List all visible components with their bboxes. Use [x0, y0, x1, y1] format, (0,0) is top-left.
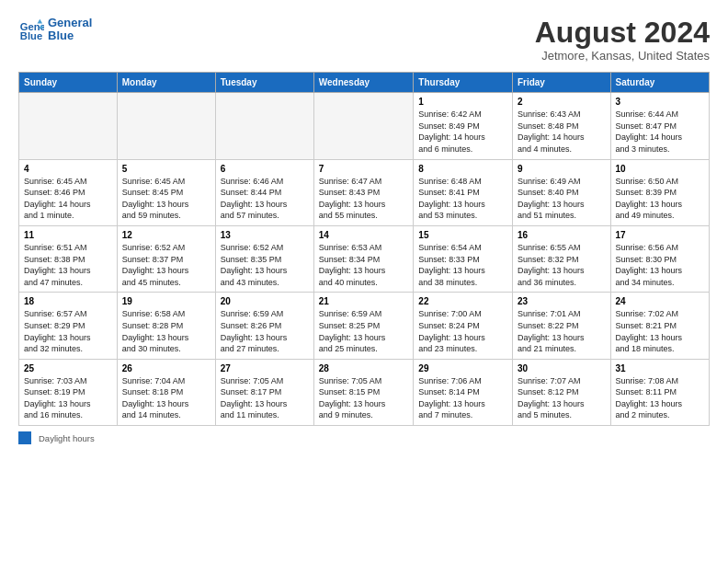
day-number: 11 — [24, 230, 112, 240]
table-row: 8Sunrise: 6:48 AMSunset: 8:41 PMDaylight… — [414, 159, 513, 225]
table-row: 31Sunrise: 7:08 AMSunset: 8:11 PMDayligh… — [610, 359, 709, 425]
table-row — [313, 93, 414, 159]
day-number: 13 — [221, 230, 309, 240]
col-header-monday: Monday — [117, 73, 215, 93]
day-info: Sunrise: 7:06 AMSunset: 8:14 PMDaylight:… — [418, 375, 507, 421]
table-row: 18Sunrise: 6:57 AMSunset: 8:29 PMDayligh… — [19, 293, 118, 359]
logo-line1: General — [48, 17, 92, 29]
table-row: 22Sunrise: 7:00 AMSunset: 8:24 PMDayligh… — [414, 293, 513, 359]
table-row: 30Sunrise: 7:07 AMSunset: 8:12 PMDayligh… — [512, 359, 610, 425]
day-number: 20 — [221, 296, 309, 306]
day-number: 2 — [518, 97, 606, 107]
svg-text:Blue: Blue — [20, 30, 42, 41]
table-row: 3Sunrise: 6:44 AMSunset: 8:47 PMDaylight… — [610, 93, 709, 159]
table-row: 29Sunrise: 7:06 AMSunset: 8:14 PMDayligh… — [414, 359, 513, 425]
day-number: 15 — [418, 230, 507, 240]
day-number: 5 — [122, 164, 210, 174]
table-row: 12Sunrise: 6:52 AMSunset: 8:37 PMDayligh… — [117, 225, 215, 292]
location: Jetmore, Kansas, United States — [535, 49, 710, 63]
day-number: 23 — [518, 296, 606, 306]
day-info: Sunrise: 7:03 AMSunset: 8:19 PMDaylight:… — [24, 375, 112, 421]
legend-box — [18, 431, 31, 444]
day-number: 29 — [418, 363, 507, 373]
table-row: 27Sunrise: 7:05 AMSunset: 8:17 PMDayligh… — [215, 359, 313, 425]
day-number: 3 — [616, 97, 704, 107]
table-row: 13Sunrise: 6:52 AMSunset: 8:35 PMDayligh… — [215, 225, 313, 292]
day-info: Sunrise: 6:58 AMSunset: 8:28 PMDaylight:… — [122, 308, 210, 354]
day-number: 14 — [319, 230, 409, 240]
table-row: 10Sunrise: 6:50 AMSunset: 8:39 PMDayligh… — [610, 159, 709, 225]
day-info: Sunrise: 7:02 AMSunset: 8:21 PMDaylight:… — [616, 308, 704, 354]
table-row: 16Sunrise: 6:55 AMSunset: 8:32 PMDayligh… — [512, 225, 610, 292]
day-number: 28 — [319, 363, 409, 373]
day-number: 27 — [221, 363, 309, 373]
page: General Blue General Blue August 2024 Je… — [0, 0, 728, 563]
table-row — [19, 93, 118, 159]
day-info: Sunrise: 6:55 AMSunset: 8:32 PMDaylight:… — [518, 242, 606, 288]
table-row: 6Sunrise: 6:46 AMSunset: 8:44 PMDaylight… — [215, 159, 313, 225]
day-info: Sunrise: 7:08 AMSunset: 8:11 PMDaylight:… — [616, 375, 704, 421]
col-header-tuesday: Tuesday — [215, 73, 313, 93]
day-info: Sunrise: 6:45 AMSunset: 8:46 PMDaylight:… — [24, 176, 112, 222]
day-info: Sunrise: 6:57 AMSunset: 8:29 PMDaylight:… — [24, 308, 112, 354]
day-number: 12 — [122, 230, 210, 240]
day-number: 25 — [24, 363, 112, 373]
table-row — [215, 93, 313, 159]
table-row: 17Sunrise: 6:56 AMSunset: 8:30 PMDayligh… — [610, 225, 709, 292]
day-number: 17 — [616, 230, 704, 240]
day-info: Sunrise: 6:43 AMSunset: 8:48 PMDaylight:… — [518, 109, 606, 155]
table-row: 14Sunrise: 6:53 AMSunset: 8:34 PMDayligh… — [313, 225, 414, 292]
day-number: 18 — [24, 296, 112, 306]
day-info: Sunrise: 7:07 AMSunset: 8:12 PMDaylight:… — [518, 375, 606, 421]
table-row: 25Sunrise: 7:03 AMSunset: 8:19 PMDayligh… — [19, 359, 118, 425]
day-number: 6 — [221, 164, 309, 174]
day-info: Sunrise: 6:59 AMSunset: 8:25 PMDaylight:… — [319, 308, 409, 354]
day-number: 30 — [518, 363, 606, 373]
legend-label: Daylight hours — [39, 433, 95, 443]
day-number: 26 — [122, 363, 210, 373]
table-row: 23Sunrise: 7:01 AMSunset: 8:22 PMDayligh… — [512, 293, 610, 359]
day-info: Sunrise: 6:56 AMSunset: 8:30 PMDaylight:… — [616, 242, 704, 288]
day-info: Sunrise: 6:44 AMSunset: 8:47 PMDaylight:… — [616, 109, 704, 155]
day-info: Sunrise: 6:51 AMSunset: 8:38 PMDaylight:… — [24, 242, 112, 288]
day-info: Sunrise: 7:04 AMSunset: 8:18 PMDaylight:… — [122, 375, 210, 421]
day-number: 7 — [319, 164, 409, 174]
day-info: Sunrise: 6:42 AMSunset: 8:49 PMDaylight:… — [418, 109, 507, 155]
table-row: 15Sunrise: 6:54 AMSunset: 8:33 PMDayligh… — [414, 225, 513, 292]
logo-line2: Blue — [48, 29, 92, 42]
day-number: 24 — [616, 296, 704, 306]
day-number: 8 — [418, 164, 507, 174]
col-header-wednesday: Wednesday — [313, 73, 414, 93]
table-row: 28Sunrise: 7:05 AMSunset: 8:15 PMDayligh… — [313, 359, 414, 425]
day-info: Sunrise: 6:46 AMSunset: 8:44 PMDaylight:… — [221, 176, 309, 222]
day-info: Sunrise: 7:00 AMSunset: 8:24 PMDaylight:… — [418, 308, 507, 354]
calendar: SundayMondayTuesdayWednesdayThursdayFrid… — [18, 72, 710, 426]
legend: Daylight hours — [18, 431, 710, 444]
day-number: 19 — [122, 296, 210, 306]
table-row: 9Sunrise: 6:49 AMSunset: 8:40 PMDaylight… — [512, 159, 610, 225]
day-info: Sunrise: 6:47 AMSunset: 8:43 PMDaylight:… — [319, 176, 409, 222]
table-row: 2Sunrise: 6:43 AMSunset: 8:48 PMDaylight… — [512, 93, 610, 159]
day-info: Sunrise: 6:54 AMSunset: 8:33 PMDaylight:… — [418, 242, 507, 288]
day-info: Sunrise: 6:49 AMSunset: 8:40 PMDaylight:… — [518, 176, 606, 222]
day-info: Sunrise: 7:05 AMSunset: 8:17 PMDaylight:… — [221, 375, 309, 421]
table-row: 26Sunrise: 7:04 AMSunset: 8:18 PMDayligh… — [117, 359, 215, 425]
table-row: 1Sunrise: 6:42 AMSunset: 8:49 PMDaylight… — [414, 93, 513, 159]
table-row: 7Sunrise: 6:47 AMSunset: 8:43 PMDaylight… — [313, 159, 414, 225]
day-info: Sunrise: 6:52 AMSunset: 8:35 PMDaylight:… — [221, 242, 309, 288]
month-title: August 2024 — [535, 17, 710, 49]
day-info: Sunrise: 7:01 AMSunset: 8:22 PMDaylight:… — [518, 308, 606, 354]
title-area: August 2024 Jetmore, Kansas, United Stat… — [535, 17, 710, 63]
table-row: 24Sunrise: 7:02 AMSunset: 8:21 PMDayligh… — [610, 293, 709, 359]
table-row: 21Sunrise: 6:59 AMSunset: 8:25 PMDayligh… — [313, 293, 414, 359]
day-number: 16 — [518, 230, 606, 240]
table-row — [117, 93, 215, 159]
day-number: 9 — [518, 164, 606, 174]
table-row: 11Sunrise: 6:51 AMSunset: 8:38 PMDayligh… — [19, 225, 118, 292]
day-info: Sunrise: 6:50 AMSunset: 8:39 PMDaylight:… — [616, 176, 704, 222]
col-header-saturday: Saturday — [610, 73, 709, 93]
col-header-friday: Friday — [512, 73, 610, 93]
table-row: 19Sunrise: 6:58 AMSunset: 8:28 PMDayligh… — [117, 293, 215, 359]
day-number: 22 — [418, 296, 507, 306]
day-info: Sunrise: 7:05 AMSunset: 8:15 PMDaylight:… — [319, 375, 409, 421]
